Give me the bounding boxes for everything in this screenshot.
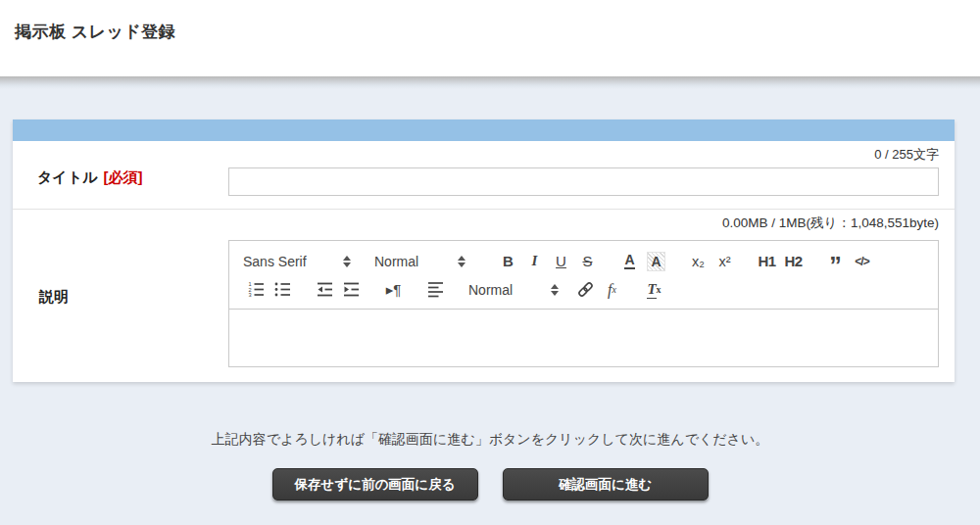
confirm-instruction-text: 上記内容でよろしければ「確認画面に進む」ボタンをクリックして次に進んでください。: [0, 431, 980, 449]
text-direction-button[interactable]: ▸¶: [380, 278, 407, 302]
format-group-color: A A: [616, 250, 669, 273]
format-group-insert: fx: [572, 278, 625, 302]
outdent-icon: [316, 280, 334, 299]
align-button[interactable]: [422, 278, 449, 302]
svg-text:3: 3: [249, 292, 252, 298]
formula-x-glyph: x: [612, 284, 616, 295]
link-button[interactable]: [572, 278, 599, 302]
title-field-label: タイトル[必須]: [37, 168, 142, 187]
direction-icon: ▸¶: [386, 281, 402, 299]
blockquote-button[interactable]: ”: [822, 250, 849, 273]
indent-icon: [342, 280, 361, 299]
strikethrough-button[interactable]: S: [574, 250, 601, 273]
picker-arrows-icon: [458, 256, 466, 267]
formula-button[interactable]: fx: [599, 278, 625, 302]
rich-text-editor: Sans Serif Normal B I U S A A: [228, 240, 939, 367]
background-color-icon: A: [647, 252, 664, 271]
text-color-button[interactable]: A: [616, 250, 643, 273]
header-shadow-divider: [0, 76, 980, 89]
title-input[interactable]: [228, 167, 939, 196]
text-color-icon: A: [624, 253, 634, 269]
proceed-to-confirm-button[interactable]: 確認画面に進む: [503, 468, 709, 501]
toolbar-row-2: 123: [243, 275, 924, 304]
bullet-list-icon: [273, 280, 292, 299]
bold-button[interactable]: B: [495, 250, 521, 273]
format-group-indent: [312, 278, 365, 302]
indent-button[interactable]: [338, 278, 365, 302]
underline-button[interactable]: U: [548, 250, 574, 273]
header2-button[interactable]: H2: [780, 250, 807, 273]
superscript-button[interactable]: x²: [711, 250, 738, 273]
format-group-script: x₂ x²: [685, 250, 738, 273]
subscript-button[interactable]: x₂: [685, 250, 711, 273]
format-group-list: 123: [243, 278, 296, 302]
toolbar-row-1: Sans Serif Normal B I U S A A: [243, 247, 924, 275]
clean-format-button[interactable]: Tx: [641, 278, 667, 302]
italic-button[interactable]: I: [521, 250, 548, 273]
format-group-block: ” </>: [822, 250, 875, 273]
lineheight-picker[interactable]: Normal: [468, 278, 559, 302]
format-group-basic: B I U S: [495, 250, 601, 273]
description-field-label: 説明: [39, 288, 69, 307]
background-color-button[interactable]: A: [643, 250, 669, 273]
font-picker-label: Sans Serif: [243, 254, 307, 269]
link-icon: [576, 280, 595, 299]
format-group-header: H1 H2: [754, 250, 807, 273]
back-without-save-button[interactable]: 保存せずに前の画面に戻る: [272, 468, 478, 501]
format-group-direction: ▸¶: [380, 278, 407, 302]
outdent-button[interactable]: [312, 278, 338, 302]
align-icon: [426, 280, 445, 299]
size-picker[interactable]: Normal: [374, 250, 466, 273]
editor-toolbar: Sans Serif Normal B I U S A A: [229, 241, 938, 310]
editor-content-area[interactable]: [229, 310, 938, 366]
header1-button[interactable]: H1: [754, 250, 780, 273]
clean-t-glyph: T: [647, 281, 656, 299]
picker-arrows-icon: [551, 284, 559, 296]
required-badge: [必須]: [103, 168, 142, 185]
panel-accent-bar: [13, 119, 955, 141]
page-header: 掲示板 スレッド登録: [0, 0, 980, 76]
picker-arrows-icon: [343, 256, 351, 267]
code-block-button[interactable]: </>: [849, 250, 875, 273]
format-group-align: [422, 278, 449, 302]
row-divider: [13, 209, 955, 210]
ordered-list-button[interactable]: 123: [243, 278, 270, 302]
page-title: 掲示板 スレッド登録: [15, 21, 175, 43]
size-picker-label: Normal: [374, 254, 418, 269]
title-label-text: タイトル: [37, 168, 97, 185]
lineheight-picker-label: Normal: [468, 282, 513, 298]
ordered-list-icon: 123: [247, 280, 266, 299]
thread-form-panel: 0 / 255文字 タイトル[必須] 0.00MB / 1MB(残り：1,048…: [13, 119, 955, 382]
clean-x-glyph: x: [657, 284, 662, 295]
bullet-list-button[interactable]: [270, 278, 296, 302]
title-char-counter: 0 / 255文字: [874, 146, 939, 164]
description-size-counter: 0.00MB / 1MB(残り：1,048,551byte): [722, 215, 939, 232]
footer-button-row: 保存せずに前の画面に戻る 確認画面に進む: [0, 468, 980, 501]
font-picker[interactable]: Sans Serif: [243, 250, 351, 273]
format-group-clean: Tx: [641, 278, 667, 302]
